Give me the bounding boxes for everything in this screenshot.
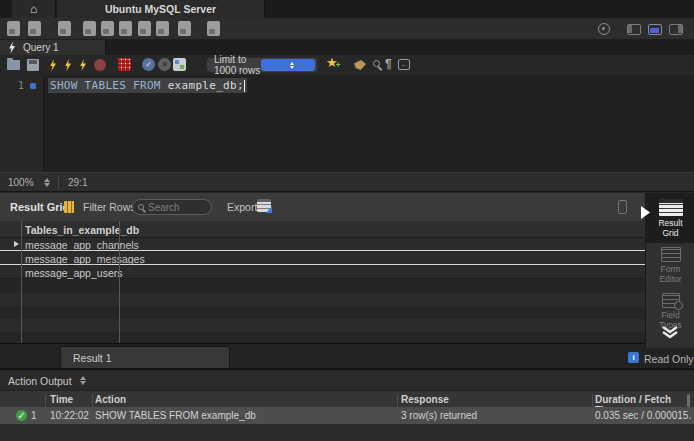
sql-identifier: example_db; bbox=[168, 79, 244, 92]
success-check-icon: ✓ bbox=[16, 410, 27, 421]
create-function-icon[interactable] bbox=[138, 21, 151, 36]
rollback-icon[interactable]: ✕ bbox=[158, 58, 171, 71]
main-toolbar bbox=[0, 18, 694, 40]
save-script-icon[interactable] bbox=[27, 59, 39, 71]
connection-tab-label: Ubuntu MySQL Server bbox=[105, 3, 216, 15]
col-response-label: Response bbox=[401, 394, 449, 405]
scrollbar-thumb[interactable] bbox=[687, 394, 690, 407]
action-output-empty-area bbox=[0, 424, 694, 441]
reconnect-dbms-icon[interactable] bbox=[207, 21, 220, 36]
empty-grid-stripe bbox=[0, 280, 645, 293]
grid-column-header[interactable]: Tables_in_example_db bbox=[0, 221, 645, 238]
query-tab-label: Query 1 bbox=[23, 42, 59, 53]
column-divider[interactable] bbox=[21, 221, 22, 343]
dropdown-stepper-icon bbox=[261, 59, 315, 71]
sidebar-item-result-grid[interactable]: Result Grid bbox=[646, 193, 694, 243]
column-divider[interactable] bbox=[92, 394, 93, 408]
read-only-label: Read Only bbox=[644, 353, 694, 365]
tab-query-1[interactable]: Query 1 bbox=[0, 40, 106, 55]
result-grid-icon bbox=[659, 199, 683, 216]
table-row[interactable]: message_app_channels bbox=[0, 238, 645, 251]
table-row[interactable]: message_app_messages bbox=[0, 252, 645, 265]
filter-search-input[interactable] bbox=[148, 202, 204, 213]
table-row[interactable]: message_app_users bbox=[0, 266, 645, 279]
empty-grid-stripe bbox=[0, 293, 645, 306]
export-recordset-icon[interactable] bbox=[257, 199, 271, 212]
empty-grid-stripe bbox=[0, 319, 645, 332]
create-trigger-icon[interactable] bbox=[156, 21, 169, 36]
create-table-icon[interactable] bbox=[83, 21, 96, 36]
limit-rows-dropdown[interactable]: Limit to 1000 rows bbox=[206, 57, 318, 73]
column-divider[interactable] bbox=[397, 394, 398, 408]
editor-status-bar: 100% 29:1 bbox=[0, 172, 694, 192]
title-bar: ⌂ Ubuntu MySQL Server bbox=[0, 0, 694, 18]
result-grid-table: Tables_in_example_db message_app_channel… bbox=[0, 221, 645, 343]
form-editor-icon bbox=[661, 247, 681, 262]
table-cell: message_app_messages bbox=[25, 253, 145, 265]
toggle-autocommit-icon[interactable] bbox=[118, 58, 131, 71]
field-types-icon bbox=[662, 293, 680, 308]
new-query-tab-icon[interactable] bbox=[7, 21, 20, 36]
mysql-workbench-window: ⌂ Ubuntu MySQL Server Query 1 bbox=[0, 0, 694, 441]
empty-grid-stripe bbox=[0, 306, 645, 319]
export-label: Export: bbox=[227, 201, 260, 213]
create-schema-icon[interactable] bbox=[58, 21, 71, 36]
explain-statement-icon[interactable] bbox=[79, 59, 87, 71]
create-procedure-icon[interactable] bbox=[119, 21, 132, 36]
open-file-icon[interactable] bbox=[7, 60, 20, 70]
current-row-marker-icon bbox=[14, 241, 19, 247]
action-output-selector[interactable] bbox=[80, 376, 86, 385]
execute-statement-icon[interactable] bbox=[49, 59, 57, 71]
create-view-icon[interactable] bbox=[101, 21, 114, 36]
table-cell: message_app_users bbox=[25, 267, 122, 279]
save-snippet-icon[interactable]: ★ bbox=[326, 56, 338, 69]
action-output-bar: Action Output bbox=[0, 368, 694, 390]
toggle-left-panel-icon[interactable] bbox=[627, 24, 641, 35]
row-duration: 0.035 sec / 0.000015... bbox=[595, 410, 692, 421]
connection-tab[interactable]: Ubuntu MySQL Server bbox=[57, 0, 265, 18]
toggle-bottom-panel-icon[interactable] bbox=[648, 24, 662, 35]
wrap-text-icon[interactable]: ← bbox=[398, 59, 410, 70]
stop-query-icon[interactable] bbox=[94, 59, 106, 71]
schema-preferences-icon[interactable] bbox=[173, 58, 186, 71]
column-divider[interactable] bbox=[592, 394, 593, 408]
commit-icon[interactable]: ✓ bbox=[142, 58, 155, 71]
status-divider bbox=[58, 175, 59, 190]
filter-rows-label: Filter Rows: bbox=[83, 201, 138, 213]
filter-search-box[interactable] bbox=[132, 199, 212, 215]
row-response: 3 row(s) returned bbox=[401, 410, 477, 421]
chevron-down-icon[interactable] bbox=[660, 325, 680, 339]
open-sql-script-icon[interactable] bbox=[28, 21, 41, 36]
tab-result-1[interactable]: Result 1 bbox=[60, 346, 230, 369]
col-action-label: Action bbox=[95, 394, 126, 405]
action-output-row[interactable]: ✓ 1 10:22:02 SHOW TABLES FROM example_db… bbox=[0, 407, 694, 424]
sql-editor[interactable]: 1 SHOW TABLES FROM example_db; bbox=[0, 75, 694, 172]
toggle-right-panel-icon[interactable] bbox=[669, 24, 683, 35]
result-tab-bar: Result 1 i Read Only bbox=[0, 343, 694, 368]
zoom-stepper[interactable] bbox=[44, 178, 50, 187]
zoom-level: 100% bbox=[8, 177, 34, 188]
search-table-data-icon[interactable] bbox=[178, 21, 191, 36]
execute-current-statement-icon[interactable] bbox=[64, 59, 72, 71]
home-tab[interactable]: ⌂ bbox=[12, 0, 56, 18]
row-index: 1 bbox=[31, 410, 37, 421]
server-status-icon[interactable] bbox=[598, 23, 610, 35]
sidebar-result-grid-label: Result Grid bbox=[651, 219, 691, 239]
sidebar-item-form-editor[interactable]: Form Editor bbox=[646, 247, 694, 285]
sql-editor-toolbar: ✓ ✕ Limit to 1000 rows ★ ¶ ← bbox=[0, 55, 694, 75]
row-action: SHOW TABLES FROM example_db bbox=[95, 410, 256, 421]
find-icon[interactable] bbox=[373, 60, 380, 67]
query-bolt-icon bbox=[8, 42, 16, 54]
result-view-sidebar: Result Grid Form Editor Field Types bbox=[645, 193, 694, 348]
grid-column-header-label: Tables_in_example_db bbox=[25, 224, 139, 236]
column-divider[interactable] bbox=[119, 221, 120, 343]
maximize-panel-icon[interactable] bbox=[618, 200, 627, 214]
text-caret bbox=[244, 80, 246, 92]
sql-keywords: SHOW TABLES FROM bbox=[50, 79, 168, 92]
show-invisibles-icon[interactable]: ¶ bbox=[385, 57, 392, 71]
sql-code-line[interactable]: SHOW TABLES FROM example_db; bbox=[48, 78, 247, 93]
search-icon bbox=[138, 204, 144, 210]
limit-rows-value: Limit to 1000 rows bbox=[207, 54, 261, 76]
beautify-sql-icon[interactable] bbox=[354, 60, 366, 70]
column-divider[interactable] bbox=[45, 394, 46, 408]
